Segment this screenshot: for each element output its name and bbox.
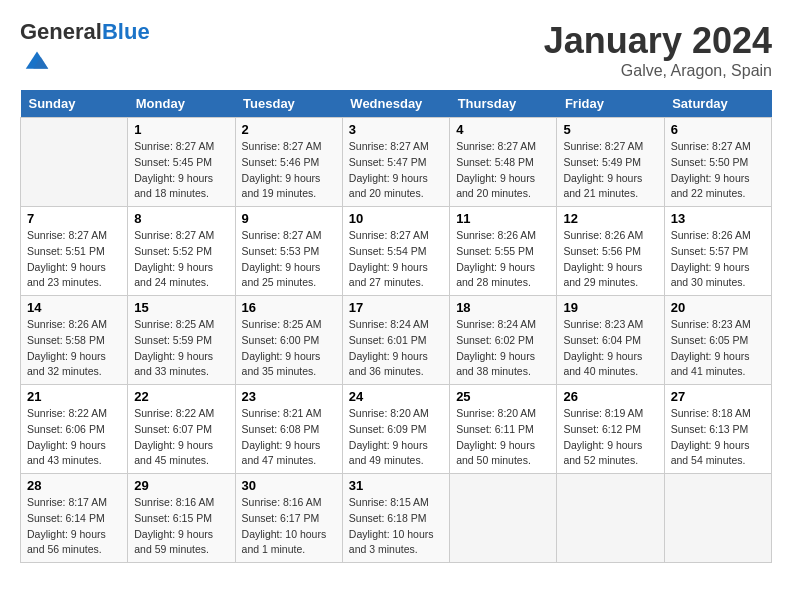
day-number: 17 bbox=[349, 300, 443, 315]
logo-icon bbox=[22, 44, 52, 74]
day-info: Sunrise: 8:26 AMSunset: 5:56 PMDaylight:… bbox=[563, 228, 657, 291]
day-number: 25 bbox=[456, 389, 550, 404]
day-number: 22 bbox=[134, 389, 228, 404]
day-info: Sunrise: 8:16 AMSunset: 6:17 PMDaylight:… bbox=[242, 495, 336, 558]
day-info: Sunrise: 8:26 AMSunset: 5:55 PMDaylight:… bbox=[456, 228, 550, 291]
calendar-cell: 12Sunrise: 8:26 AMSunset: 5:56 PMDayligh… bbox=[557, 207, 664, 296]
day-number: 23 bbox=[242, 389, 336, 404]
calendar-body: 1Sunrise: 8:27 AMSunset: 5:45 PMDaylight… bbox=[21, 118, 772, 563]
day-number: 3 bbox=[349, 122, 443, 137]
day-info: Sunrise: 8:26 AMSunset: 5:58 PMDaylight:… bbox=[27, 317, 121, 380]
calendar-week-4: 21Sunrise: 8:22 AMSunset: 6:06 PMDayligh… bbox=[21, 385, 772, 474]
weekday-header-saturday: Saturday bbox=[664, 90, 771, 118]
day-number: 28 bbox=[27, 478, 121, 493]
calendar-table: SundayMondayTuesdayWednesdayThursdayFrid… bbox=[20, 90, 772, 563]
logo-general-text: General bbox=[20, 19, 102, 44]
calendar-cell: 8Sunrise: 8:27 AMSunset: 5:52 PMDaylight… bbox=[128, 207, 235, 296]
calendar-cell: 5Sunrise: 8:27 AMSunset: 5:49 PMDaylight… bbox=[557, 118, 664, 207]
calendar-cell: 4Sunrise: 8:27 AMSunset: 5:48 PMDaylight… bbox=[450, 118, 557, 207]
logo-blue-text: Blue bbox=[102, 19, 150, 44]
day-number: 31 bbox=[349, 478, 443, 493]
day-number: 5 bbox=[563, 122, 657, 137]
day-number: 19 bbox=[563, 300, 657, 315]
calendar-cell: 9Sunrise: 8:27 AMSunset: 5:53 PMDaylight… bbox=[235, 207, 342, 296]
day-number: 27 bbox=[671, 389, 765, 404]
calendar-cell: 2Sunrise: 8:27 AMSunset: 5:46 PMDaylight… bbox=[235, 118, 342, 207]
day-info: Sunrise: 8:23 AMSunset: 6:05 PMDaylight:… bbox=[671, 317, 765, 380]
day-number: 13 bbox=[671, 211, 765, 226]
day-number: 16 bbox=[242, 300, 336, 315]
weekday-header-monday: Monday bbox=[128, 90, 235, 118]
day-info: Sunrise: 8:18 AMSunset: 6:13 PMDaylight:… bbox=[671, 406, 765, 469]
calendar-week-1: 1Sunrise: 8:27 AMSunset: 5:45 PMDaylight… bbox=[21, 118, 772, 207]
day-info: Sunrise: 8:27 AMSunset: 5:45 PMDaylight:… bbox=[134, 139, 228, 202]
day-number: 6 bbox=[671, 122, 765, 137]
day-info: Sunrise: 8:27 AMSunset: 5:49 PMDaylight:… bbox=[563, 139, 657, 202]
day-info: Sunrise: 8:22 AMSunset: 6:07 PMDaylight:… bbox=[134, 406, 228, 469]
logo: GeneralBlue bbox=[20, 20, 150, 78]
day-number: 4 bbox=[456, 122, 550, 137]
day-info: Sunrise: 8:27 AMSunset: 5:50 PMDaylight:… bbox=[671, 139, 765, 202]
day-number: 8 bbox=[134, 211, 228, 226]
day-info: Sunrise: 8:23 AMSunset: 6:04 PMDaylight:… bbox=[563, 317, 657, 380]
calendar-cell: 24Sunrise: 8:20 AMSunset: 6:09 PMDayligh… bbox=[342, 385, 449, 474]
day-info: Sunrise: 8:17 AMSunset: 6:14 PMDaylight:… bbox=[27, 495, 121, 558]
calendar-cell: 6Sunrise: 8:27 AMSunset: 5:50 PMDaylight… bbox=[664, 118, 771, 207]
day-info: Sunrise: 8:27 AMSunset: 5:53 PMDaylight:… bbox=[242, 228, 336, 291]
calendar-cell: 7Sunrise: 8:27 AMSunset: 5:51 PMDaylight… bbox=[21, 207, 128, 296]
calendar-cell: 27Sunrise: 8:18 AMSunset: 6:13 PMDayligh… bbox=[664, 385, 771, 474]
calendar-cell: 25Sunrise: 8:20 AMSunset: 6:11 PMDayligh… bbox=[450, 385, 557, 474]
day-info: Sunrise: 8:20 AMSunset: 6:11 PMDaylight:… bbox=[456, 406, 550, 469]
calendar-cell bbox=[557, 474, 664, 563]
day-number: 14 bbox=[27, 300, 121, 315]
calendar-cell: 13Sunrise: 8:26 AMSunset: 5:57 PMDayligh… bbox=[664, 207, 771, 296]
page-header: GeneralBlue January 2024 Galve, Aragon, … bbox=[20, 20, 772, 80]
calendar-cell bbox=[664, 474, 771, 563]
day-info: Sunrise: 8:27 AMSunset: 5:54 PMDaylight:… bbox=[349, 228, 443, 291]
calendar-cell: 30Sunrise: 8:16 AMSunset: 6:17 PMDayligh… bbox=[235, 474, 342, 563]
day-number: 26 bbox=[563, 389, 657, 404]
day-info: Sunrise: 8:27 AMSunset: 5:46 PMDaylight:… bbox=[242, 139, 336, 202]
weekday-header-sunday: Sunday bbox=[21, 90, 128, 118]
calendar-cell: 19Sunrise: 8:23 AMSunset: 6:04 PMDayligh… bbox=[557, 296, 664, 385]
calendar-cell bbox=[450, 474, 557, 563]
day-info: Sunrise: 8:25 AMSunset: 5:59 PMDaylight:… bbox=[134, 317, 228, 380]
day-number: 29 bbox=[134, 478, 228, 493]
calendar-cell: 20Sunrise: 8:23 AMSunset: 6:05 PMDayligh… bbox=[664, 296, 771, 385]
calendar-cell: 1Sunrise: 8:27 AMSunset: 5:45 PMDaylight… bbox=[128, 118, 235, 207]
weekday-header-tuesday: Tuesday bbox=[235, 90, 342, 118]
day-number: 24 bbox=[349, 389, 443, 404]
day-number: 10 bbox=[349, 211, 443, 226]
calendar-header: SundayMondayTuesdayWednesdayThursdayFrid… bbox=[21, 90, 772, 118]
day-info: Sunrise: 8:16 AMSunset: 6:15 PMDaylight:… bbox=[134, 495, 228, 558]
weekday-header-thursday: Thursday bbox=[450, 90, 557, 118]
day-number: 7 bbox=[27, 211, 121, 226]
calendar-cell: 22Sunrise: 8:22 AMSunset: 6:07 PMDayligh… bbox=[128, 385, 235, 474]
calendar-cell: 17Sunrise: 8:24 AMSunset: 6:01 PMDayligh… bbox=[342, 296, 449, 385]
day-number: 30 bbox=[242, 478, 336, 493]
day-info: Sunrise: 8:26 AMSunset: 5:57 PMDaylight:… bbox=[671, 228, 765, 291]
calendar-location: Galve, Aragon, Spain bbox=[544, 62, 772, 80]
calendar-cell bbox=[21, 118, 128, 207]
day-info: Sunrise: 8:27 AMSunset: 5:48 PMDaylight:… bbox=[456, 139, 550, 202]
day-info: Sunrise: 8:24 AMSunset: 6:02 PMDaylight:… bbox=[456, 317, 550, 380]
day-info: Sunrise: 8:27 AMSunset: 5:52 PMDaylight:… bbox=[134, 228, 228, 291]
calendar-cell: 15Sunrise: 8:25 AMSunset: 5:59 PMDayligh… bbox=[128, 296, 235, 385]
calendar-week-2: 7Sunrise: 8:27 AMSunset: 5:51 PMDaylight… bbox=[21, 207, 772, 296]
day-info: Sunrise: 8:21 AMSunset: 6:08 PMDaylight:… bbox=[242, 406, 336, 469]
day-info: Sunrise: 8:20 AMSunset: 6:09 PMDaylight:… bbox=[349, 406, 443, 469]
day-info: Sunrise: 8:27 AMSunset: 5:47 PMDaylight:… bbox=[349, 139, 443, 202]
day-number: 20 bbox=[671, 300, 765, 315]
calendar-cell: 11Sunrise: 8:26 AMSunset: 5:55 PMDayligh… bbox=[450, 207, 557, 296]
day-number: 21 bbox=[27, 389, 121, 404]
calendar-cell: 21Sunrise: 8:22 AMSunset: 6:06 PMDayligh… bbox=[21, 385, 128, 474]
calendar-cell: 28Sunrise: 8:17 AMSunset: 6:14 PMDayligh… bbox=[21, 474, 128, 563]
weekday-header-row: SundayMondayTuesdayWednesdayThursdayFrid… bbox=[21, 90, 772, 118]
day-number: 2 bbox=[242, 122, 336, 137]
day-number: 1 bbox=[134, 122, 228, 137]
calendar-week-3: 14Sunrise: 8:26 AMSunset: 5:58 PMDayligh… bbox=[21, 296, 772, 385]
calendar-cell: 16Sunrise: 8:25 AMSunset: 6:00 PMDayligh… bbox=[235, 296, 342, 385]
weekday-header-wednesday: Wednesday bbox=[342, 90, 449, 118]
calendar-title: January 2024 bbox=[544, 20, 772, 62]
day-number: 18 bbox=[456, 300, 550, 315]
